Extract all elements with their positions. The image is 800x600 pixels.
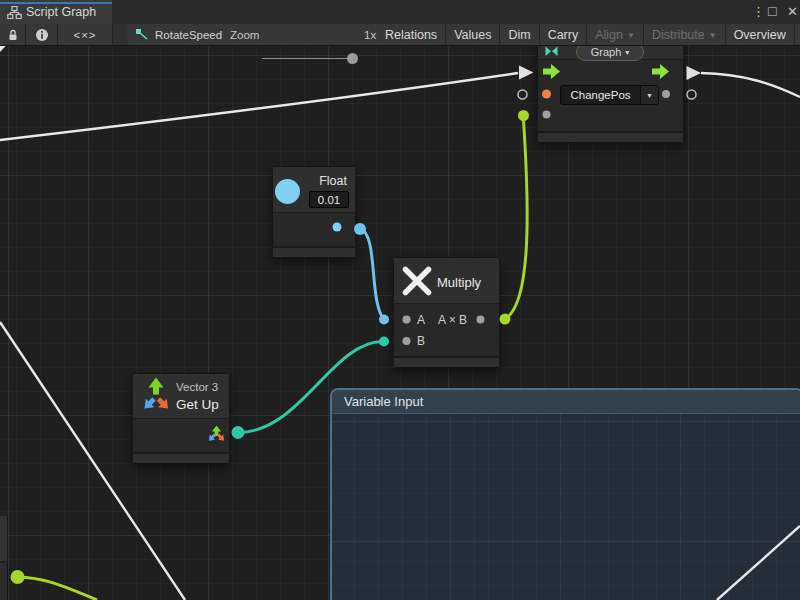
graph-name-label: RotateSpeed xyxy=(155,29,222,41)
dropdown-arrow-icon[interactable]: ▼ xyxy=(640,86,658,104)
multiply-input-b-label: B xyxy=(417,334,425,348)
toolbar-gap xyxy=(113,24,127,45)
maximize-icon[interactable]: □ xyxy=(768,4,776,19)
multiply-input-a-label: A xyxy=(417,313,425,327)
script-graph-window: Variable Input Graph ▾ ChangePos ▼ Float… xyxy=(0,0,800,600)
node-graph-event-footer xyxy=(538,131,683,142)
tab-title: Script Graph xyxy=(26,5,96,19)
zoom-slider-handle[interactable] xyxy=(347,53,358,64)
close-icon[interactable]: ✕ xyxy=(787,4,798,19)
info-button[interactable] xyxy=(26,24,58,45)
lock-button[interactable] xyxy=(0,24,26,45)
fullscreen-button[interactable]: Full Screen xyxy=(795,24,800,45)
group-title: Variable Input xyxy=(344,394,423,409)
lock-icon xyxy=(5,27,21,43)
float-title: Float xyxy=(305,174,347,188)
code-view-button[interactable]: <×> xyxy=(58,24,113,45)
node-float-body xyxy=(273,213,355,246)
zoom-slider-track[interactable] xyxy=(262,58,352,59)
zoom-label: Zoom xyxy=(230,29,259,41)
tab-script-graph[interactable]: Script Graph xyxy=(0,0,112,24)
graph-asset-icon xyxy=(135,28,150,42)
chevron-down-icon: ▼ xyxy=(709,31,717,40)
overview-button[interactable]: Overview xyxy=(726,24,795,45)
changepos-variable-dropdown[interactable]: ChangePos ▼ xyxy=(560,85,659,105)
vector3-subtitle: Get Up xyxy=(176,397,219,412)
group-header[interactable]: Variable Input xyxy=(332,390,800,414)
window-menu-icon[interactable]: ⋮ xyxy=(752,4,765,19)
vector3-title: Vector 3 xyxy=(176,381,218,393)
distribute-button: Distribute ▼ xyxy=(644,24,726,45)
multiply-title: Multiply xyxy=(437,275,481,290)
graph-breadcrumb[interactable]: RotateSpeed Zoom 1x xyxy=(128,24,385,45)
group-body xyxy=(332,414,800,600)
code-icon: <×> xyxy=(73,29,96,41)
tab-accent-line xyxy=(0,2,112,4)
offscreen-node-bottom[interactable] xyxy=(0,563,8,600)
node-vector3-body xyxy=(133,419,229,452)
node-vector3-footer xyxy=(133,452,229,463)
align-button: Align ▼ xyxy=(587,24,644,45)
chevron-down-icon: ▾ xyxy=(625,48,629,57)
relations-button[interactable]: Relations xyxy=(377,24,446,45)
script-graph-icon xyxy=(7,6,22,19)
group-variable-input[interactable]: Variable Input xyxy=(330,388,800,600)
node-multiply-body xyxy=(394,304,499,356)
info-icon xyxy=(34,27,50,43)
offscreen-node-top[interactable] xyxy=(0,516,8,561)
multiply-output-label: A × B xyxy=(438,313,467,327)
graph-toolbar: <×> RotateSpeed Zoom 1x Relations Values… xyxy=(0,24,800,46)
values-button[interactable]: Values xyxy=(446,24,500,45)
dim-button[interactable]: Dim xyxy=(500,24,539,45)
window-titlebar: Script Graph ⋮ □ ✕ xyxy=(0,0,800,24)
float-value-field[interactable]: 0.01 xyxy=(309,191,349,208)
carry-button[interactable]: Carry xyxy=(540,24,588,45)
chevron-down-icon: ▼ xyxy=(627,31,635,40)
changepos-value: ChangePos xyxy=(561,86,640,104)
node-multiply-footer xyxy=(394,356,499,367)
zoom-value: 1x xyxy=(364,29,376,41)
graph-scope-label: Graph xyxy=(591,46,622,58)
node-float-footer xyxy=(273,246,355,257)
